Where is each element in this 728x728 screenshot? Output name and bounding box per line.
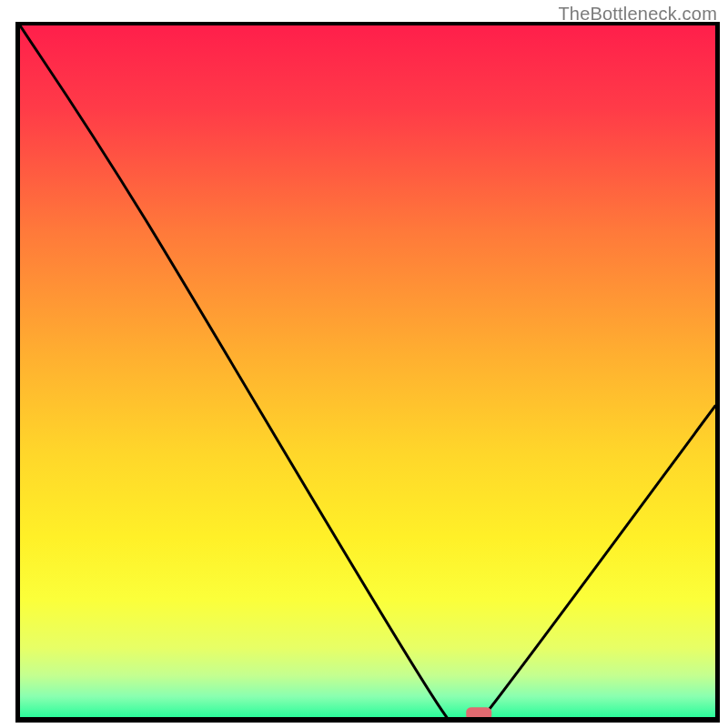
bottleneck-chart (0, 0, 728, 728)
chart-container: TheBottleneck.com (0, 0, 728, 728)
gradient-background (20, 25, 715, 717)
